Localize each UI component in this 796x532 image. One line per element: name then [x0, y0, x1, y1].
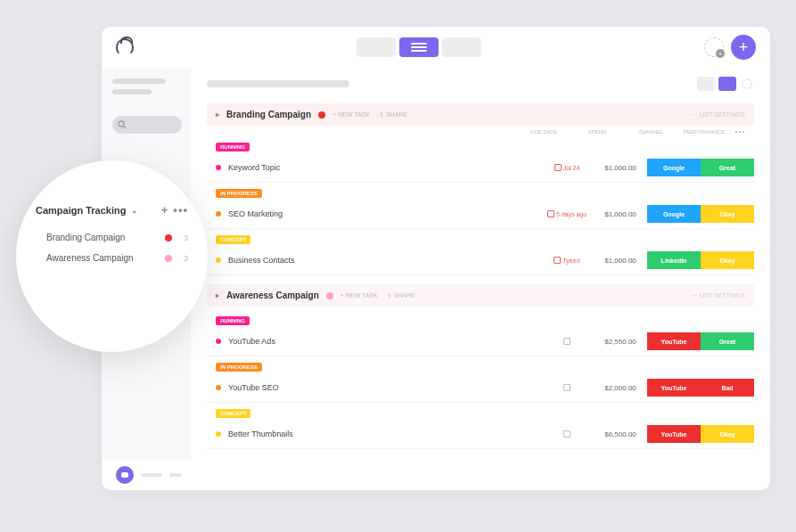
- channel-tag[interactable]: YouTube: [647, 425, 701, 443]
- svg-point-0: [119, 121, 124, 127]
- task-name: SEO Marketing: [228, 209, 540, 218]
- search-input[interactable]: [112, 116, 182, 134]
- main-header: [207, 77, 754, 91]
- status-dot-icon: [216, 211, 221, 217]
- spend-value: $2,550.00: [594, 338, 647, 346]
- more-button[interactable]: •••: [173, 203, 188, 217]
- popover-item-label: Awareness Campaign: [46, 253, 134, 263]
- status-tag[interactable]: IN PROGRESS: [216, 189, 262, 198]
- task-row[interactable]: Better Thumbnails$6,500.00YouTubeOkay: [207, 420, 754, 449]
- calendar-icon: [554, 257, 561, 264]
- add-button[interactable]: +: [731, 35, 756, 60]
- list-settings-button[interactable]: ⋯ LIST SETTINGS: [691, 292, 745, 299]
- new-task-button[interactable]: + NEW TASK: [341, 292, 378, 299]
- settings-icon[interactable]: [740, 77, 754, 91]
- channel-tag[interactable]: YouTube: [647, 332, 701, 350]
- due-date[interactable]: [540, 384, 594, 391]
- group-header[interactable]: ▸Awareness Campaign+ NEW TASK⇪ SHARE⋯ LI…: [207, 284, 754, 307]
- status-dot-icon: [165, 234, 172, 241]
- status-dot-icon: [216, 385, 221, 390]
- campaign-popover: Campaign Tracking ⌄ + ••• Branding Campa…: [16, 160, 208, 352]
- view-option-active[interactable]: [718, 77, 736, 91]
- col-performance: PERFORMANCE: [677, 129, 731, 135]
- status-tag[interactable]: CONCEPT: [216, 409, 250, 418]
- due-date[interactable]: Jul 24: [540, 164, 594, 171]
- performance-tag[interactable]: Okay: [701, 425, 754, 443]
- due-date[interactable]: 5 days ago: [540, 210, 594, 217]
- group-header[interactable]: ▸Branding Campaign+ NEW TASK⇪ SHARE⋯ LIS…: [207, 103, 754, 126]
- svg-line-1: [123, 126, 126, 128]
- popover-item[interactable]: Awareness Campaign3: [36, 248, 188, 268]
- topbar: +: [102, 27, 770, 68]
- popover-item[interactable]: Branding Campaign3: [36, 227, 188, 248]
- chevron-icon: ▸: [216, 110, 219, 119]
- task-row[interactable]: Keyword TopicJul 24$1,000.00GoogleGreat: [207, 153, 754, 183]
- view-options: [697, 77, 754, 91]
- performance-tag[interactable]: Okay: [701, 205, 754, 223]
- status-dot-icon: [216, 258, 221, 263]
- search-icon: [118, 120, 127, 129]
- performance-tag[interactable]: Great: [701, 332, 754, 350]
- chevron-icon: ▸: [216, 291, 219, 299]
- status-tag[interactable]: RUNNING: [216, 316, 250, 325]
- view-tab[interactable]: [357, 37, 396, 57]
- performance-tag[interactable]: Bad: [701, 379, 754, 397]
- column-headers: DUE DATESPENDCHANNELPERFORMANCE⋯: [207, 129, 754, 136]
- footer-placeholder: [141, 473, 162, 477]
- performance-tag[interactable]: Great: [701, 159, 754, 176]
- calendar-icon: [563, 338, 570, 345]
- col-spend: SPEND: [570, 129, 624, 135]
- channel-tag[interactable]: Google: [647, 205, 701, 223]
- add-list-button[interactable]: +: [161, 203, 168, 217]
- due-date[interactable]: Tyeed: [540, 257, 594, 264]
- chat-button[interactable]: [116, 466, 134, 484]
- add-member-avatar[interactable]: [704, 37, 724, 57]
- share-button[interactable]: ⇪ SHARE: [379, 111, 407, 119]
- status-dot-icon: [318, 111, 325, 119]
- view-switcher: [357, 37, 481, 57]
- task-name: YouTube Ads: [228, 337, 540, 346]
- task-row[interactable]: SEO Marketing5 days ago$1,000.00GoogleOk…: [207, 200, 754, 229]
- group-title: Branding Campaign: [226, 110, 311, 119]
- status-tag[interactable]: RUNNING: [216, 143, 250, 151]
- logo-icon[interactable]: [116, 38, 134, 56]
- calendar-icon: [547, 210, 554, 217]
- footer: [102, 460, 770, 490]
- group-title: Awareness Campaign: [226, 291, 319, 300]
- performance-tag[interactable]: Okay: [701, 251, 754, 269]
- channel-tag[interactable]: YouTube: [647, 379, 701, 397]
- spend-value: $6,500.00: [594, 430, 647, 438]
- task-row[interactable]: YouTube Ads$2,550.00YouTubeGreat: [207, 327, 754, 356]
- calendar-icon: [554, 164, 562, 171]
- channel-tag[interactable]: Google: [647, 159, 701, 176]
- view-tab-list[interactable]: [399, 37, 439, 57]
- main-content: ▸Branding Campaign+ NEW TASK⇪ SHARE⋯ LIS…: [191, 68, 770, 460]
- col-channel: CHANNEL: [624, 129, 677, 135]
- popover-item-count: 3: [179, 254, 188, 263]
- more-icon[interactable]: ⋯: [734, 129, 745, 135]
- footer-placeholder: [169, 473, 182, 477]
- task-name: Keyword Topic: [228, 163, 540, 172]
- status-dot-icon: [216, 339, 221, 344]
- status-dot-icon: [165, 255, 172, 262]
- col-due: DUE DATE: [517, 129, 570, 135]
- new-task-button[interactable]: + NEW TASK: [332, 111, 370, 119]
- task-row[interactable]: YouTube SEO$2,000.00YouTubeBad: [207, 373, 754, 403]
- share-button[interactable]: ⇪ SHARE: [387, 292, 415, 299]
- due-date[interactable]: [540, 338, 594, 345]
- breadcrumb-placeholder: [207, 80, 349, 87]
- top-actions: +: [704, 35, 756, 60]
- status-tag[interactable]: CONCEPT: [216, 235, 250, 244]
- spend-value: $1,000.00: [594, 257, 647, 265]
- task-name: Business Contacts: [228, 256, 540, 265]
- due-date[interactable]: [540, 430, 594, 438]
- list-settings-button[interactable]: ⋯ LIST SETTINGS: [691, 111, 745, 119]
- popover-title: Campaign Tracking: [36, 205, 126, 216]
- status-tag[interactable]: IN PROGRESS: [216, 363, 262, 372]
- view-tab[interactable]: [442, 37, 481, 57]
- task-row[interactable]: Business ContactsTyeed$1,000.00LinkedInO…: [207, 246, 754, 275]
- channel-tag[interactable]: LinkedIn: [647, 251, 701, 269]
- spend-value: $1,000.00: [594, 164, 647, 172]
- popover-header[interactable]: Campaign Tracking ⌄ + •••: [36, 203, 188, 217]
- view-option[interactable]: [697, 77, 715, 91]
